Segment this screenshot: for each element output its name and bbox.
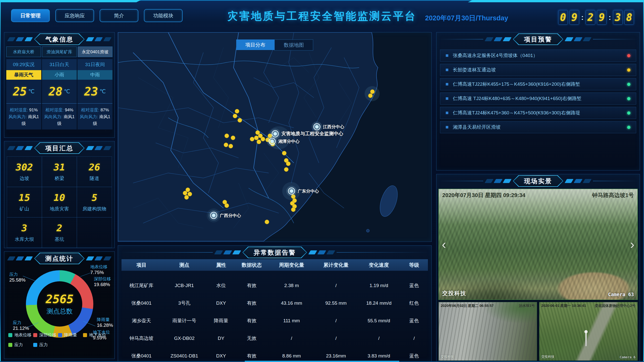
warning-item[interactable]: 仁博高速TJ24标K475+360～K475+500(K936+300)右侧路堤 [440,107,636,119]
camera-main-view[interactable]: 2020年07月30日 星期四 09:29:34 钟马路高边坡1号 交投科技 C… [438,189,638,300]
nav-daily-management[interactable]: 日常管理 [11,9,50,22]
deco-bar [7,256,16,260]
legend-swatch [33,333,37,337]
callout-pressure: 压力 25.58% [9,272,25,283]
project-dot[interactable] [238,118,242,122]
weather-time: 09:29实况 [6,59,41,70]
weather-tab-shuifumiao[interactable]: 水府庙大桥 [6,47,41,57]
map-btn-project-distribution[interactable]: 项目分布 [236,39,274,50]
camera-thumb-1[interactable]: 2020年06月02日 星期二 06:55:57 治水坝1号 交投科技 [438,302,537,361]
project-dot[interactable] [188,192,192,196]
cell: 湘乡壶天 [122,318,161,324]
nav-emergency-response[interactable]: 应急响应 [55,9,94,22]
deco-bar [24,146,33,150]
project-dot[interactable] [225,134,229,138]
callout-pct: 19.68% [94,282,111,287]
map-btn-data-map[interactable]: 数据地图 [274,39,313,51]
table-row[interactable]: 湘乡壶天5号孔DXY有效10.12 mm15.975.46 mm/d橙色 [122,271,428,277]
warnings-title: 项目预警 [513,34,563,44]
project-dot[interactable] [286,162,290,166]
summary-value: 15 [19,192,30,203]
project-dot[interactable] [291,207,295,212]
nav-function-modules[interactable]: 功能模块 [144,9,183,22]
project-dot[interactable] [265,220,269,224]
table-row[interactable]: 张桑0401ZS0401-DB1DXY有效8.86 mm23.16mm3.83 … [122,347,428,359]
wind-label: 风向风力: [9,114,27,119]
temp-value: 28 [49,85,62,98]
project-dot[interactable] [370,89,375,94]
summary-value: 31 [54,162,65,173]
project-dot[interactable] [368,94,373,98]
project-dot[interactable] [250,137,254,141]
col-period-change: 周期变化量 [269,262,315,268]
summary-building: 5房建构筑物 [77,187,112,217]
table-row[interactable]: 钟马高边坡GX-DB02DY无效//// [122,330,428,347]
table-row[interactable]: 桃江尾矿库JCB-JR1水位有效2.38 m/1.19 m/d蓝色 [122,277,428,294]
camera-thumb-2[interactable]: 2020-06-01 星期一 10:36:41 娄底固体废物处理中心2号 交投科… [539,302,638,361]
warning-item[interactable]: 仁博高速 TJ24标K480+635～K480+940(K941+650)右侧路… [440,93,636,105]
cell: 43.16 mm [269,300,315,306]
center-column: 项目分布 数据地图 [118,32,432,361]
cell: 有效 [235,300,269,306]
point-stats-body: 2565 测点总数 压力 25.58% 应力 21.12% 地表位移 7.75%… [4,265,114,359]
weather-time: 31日白天 [42,59,77,70]
weather-columns: 09:29实况 暴雨天气 25 ℃ 相对湿度: 91% 风向风力: 南风1级 3… [4,59,114,129]
project-dot[interactable] [257,140,261,144]
weather-temp: 23 ℃ [77,80,112,103]
camera-location: 娄底固体废物处理中心2号 [595,304,635,308]
callout-name: 降雨量 [97,317,113,323]
cell: / [269,336,315,341]
deco-bar [86,146,94,150]
project-dot[interactable] [225,203,229,208]
callout-name: 应力 [13,320,29,326]
project-dot[interactable] [261,137,265,141]
map[interactable]: 江西分中心灾害地质与工程安全监测中心湘潭分中心广东分中心广西分中心 [118,32,431,241]
camera-brand: 交投科技 [541,354,554,359]
weather-tab-huayoudong[interactable]: 滑油洞尾矿库 [42,47,77,57]
project-dot[interactable] [183,191,187,195]
status-dot [627,54,630,57]
col-attribute: 属性 [207,262,235,268]
summary-value: 302 [16,162,33,173]
temp-unit: ℃ [64,88,70,95]
project-dot[interactable] [229,144,233,148]
deco-bar [95,37,103,41]
project-dot[interactable] [184,195,189,199]
project-dot[interactable] [235,109,239,113]
project-dot[interactable] [282,151,286,155]
deco-bar [232,250,241,254]
alerts-title: 异常数据告警 [243,247,306,258]
warning-item[interactable]: 仁博高速TJ22标K455+175～K455+360(K916+200)右侧路堑 [440,78,636,90]
project-dot[interactable] [284,167,288,172]
humidity-label: 相对湿度: [45,108,64,112]
cell: 蓝色 [400,282,428,289]
legend-swatch [83,333,87,337]
page-title: 灾害地质与工程安全智能监测云平台 [227,9,417,23]
wind-label: 风向风力: [80,114,98,119]
project-dot[interactable] [254,136,259,140]
status-dot [627,68,630,72]
header-date: 2020年07月30日/Thursday [425,14,508,23]
project-dot[interactable] [233,114,237,118]
legend-label: 地表位移 [14,332,31,338]
warning-item[interactable]: 湘潭县天易经开区滑坡 [440,121,636,133]
table-row[interactable]: 张桑04013号孔DXY有效43.16 mm92.55 mm18.24 mm/d… [122,294,428,312]
warning-item[interactable]: 长韶娄道林互通边坡 [440,64,636,76]
warning-item[interactable]: 张桑高速永定服务区4号滑坡体（0401） [440,50,636,62]
cell: 111 mm [269,318,315,324]
bullet-icon [446,69,448,71]
next-camera-arrow-icon[interactable]: › [630,238,634,251]
col-data-status: 数据状态 [235,262,269,268]
prev-camera-arrow-icon[interactable]: ‹ [442,238,446,251]
cell: 红色 [400,300,428,306]
nav-introduction[interactable]: 简介 [100,9,138,22]
legend-swatch [8,333,12,337]
cell: 橙色 [400,271,428,271]
table-row[interactable]: 湘乡壶天雨量计一号降雨量有效111 mm/55.5 mm/d蓝色 [122,312,428,330]
project-dot[interactable] [231,136,235,140]
cell: 3号孔 [161,300,207,306]
temp-unit: ℃ [100,88,106,95]
project-dot[interactable] [224,143,228,147]
weather-tab-yongding0401[interactable]: 永定0401滑坡 [78,47,112,57]
deco-bar [308,250,317,254]
